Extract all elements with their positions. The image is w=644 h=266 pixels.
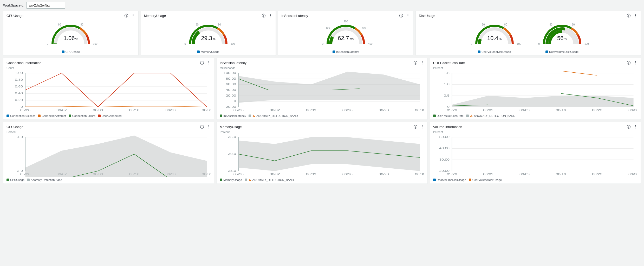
svg-text:100: 100 bbox=[517, 42, 521, 45]
memory-usage-ylabel: Percent bbox=[220, 130, 424, 134]
info-icon[interactable] bbox=[200, 125, 204, 129]
connection-info-ylabel: Count bbox=[6, 66, 211, 69]
connection-info-legend-item[interactable]: ConnectionAttempt bbox=[38, 114, 66, 117]
svg-rect-46 bbox=[628, 15, 629, 17]
volume-info-legend-item[interactable]: RootVolumeDiskUsage bbox=[433, 178, 466, 181]
warning-icon bbox=[248, 178, 251, 181]
volume-info-info-button[interactable] bbox=[627, 125, 631, 129]
connection-info-legend-item[interactable]: ConnectionSuccess bbox=[6, 114, 35, 117]
connection-info-more-button[interactable] bbox=[207, 61, 211, 65]
memory-gauge-more-button[interactable] bbox=[268, 14, 272, 18]
info-icon[interactable] bbox=[262, 14, 266, 18]
svg-point-1 bbox=[126, 15, 127, 15]
svg-point-48 bbox=[635, 15, 636, 16]
svg-text:0: 0 bbox=[471, 42, 472, 45]
svg-rect-124 bbox=[628, 62, 629, 64]
info-icon[interactable] bbox=[124, 14, 128, 18]
svg-text:100: 100 bbox=[326, 27, 330, 29]
volume-info-legend-item[interactable]: UserVolumeDiskUsage bbox=[469, 178, 502, 181]
workspace-id-input[interactable] bbox=[26, 2, 65, 9]
more-options-icon[interactable] bbox=[131, 14, 135, 18]
svg-point-69 bbox=[209, 61, 209, 62]
udp-packet-loss-legend-item[interactable]: ANOMALY_DETECTION_BAND bbox=[466, 114, 515, 117]
connection-info-legend-item[interactable]: UserConnected bbox=[98, 114, 121, 117]
volume-info-chart[interactable]: 20.0030.0040.0050.0005/2606/0206/0906/16… bbox=[433, 135, 638, 177]
cpu-usage-chart[interactable]: 2.04.005/2606/0206/0906/1606/2306/30 bbox=[6, 135, 211, 177]
memory-usage-info-button[interactable] bbox=[413, 125, 418, 129]
udp-packet-loss-legend: UDPPacketLossRateANOMALY_DETECTION_BAND bbox=[433, 114, 638, 117]
svg-text:60: 60 bbox=[549, 23, 552, 26]
svg-point-4 bbox=[133, 15, 133, 16]
connection-info-chart[interactable]: 00.200.400.600.801.0005/2606/0206/0906/1… bbox=[6, 71, 211, 113]
disk-gauge-info-button[interactable] bbox=[627, 14, 631, 18]
svg-point-29 bbox=[401, 15, 401, 15]
insession-latency-info-button[interactable] bbox=[413, 61, 418, 65]
info-icon[interactable] bbox=[399, 14, 403, 18]
memory-usage-more-button[interactable] bbox=[420, 125, 424, 129]
insession-latency-chart[interactable]: -20.00020.0040.0060.0080.00100.0005/2606… bbox=[220, 71, 424, 113]
connection-info-legend-item[interactable]: ConnectionFailure bbox=[69, 114, 95, 117]
svg-text:06/09: 06/09 bbox=[519, 109, 530, 112]
svg-point-31 bbox=[408, 14, 408, 15]
disk-gauge-more-button[interactable] bbox=[633, 14, 638, 18]
svg-point-167 bbox=[422, 125, 422, 126]
svg-rect-166 bbox=[415, 126, 415, 128]
cpu-usage-more-button[interactable] bbox=[207, 125, 211, 129]
more-options-icon[interactable] bbox=[633, 14, 638, 18]
cpu-usage-legend-item[interactable]: CPUUsage bbox=[6, 178, 24, 181]
info-icon[interactable] bbox=[627, 14, 631, 18]
udp-packet-loss-legend-item[interactable]: UDPPacketLossRate bbox=[433, 114, 464, 117]
cpu-gauge-info-button[interactable] bbox=[124, 14, 128, 18]
memory-usage-legend-item[interactable]: MemoryUsage bbox=[220, 178, 242, 181]
info-icon[interactable] bbox=[200, 61, 204, 65]
more-options-icon[interactable] bbox=[633, 61, 638, 65]
latency-gauge-more-button[interactable] bbox=[406, 14, 410, 18]
svg-text:400: 400 bbox=[368, 42, 373, 45]
svg-text:06/02: 06/02 bbox=[483, 109, 493, 112]
cpu-usage-legend-item[interactable]: Anomaly Detection Band bbox=[27, 178, 62, 181]
udp-packet-loss-chart[interactable]: 00.51.01.505/2606/0206/0906/1606/2306/30 bbox=[433, 71, 638, 113]
svg-text:05/26: 05/26 bbox=[233, 173, 244, 176]
more-options-icon[interactable] bbox=[420, 61, 424, 65]
latency-gauge-info-button[interactable] bbox=[399, 14, 403, 18]
udp-packet-loss-more-button[interactable] bbox=[633, 61, 638, 65]
svg-text:06/09: 06/09 bbox=[519, 173, 530, 176]
latency-gauge-panel: InSessionLatency 0100200300400 62.7ms In… bbox=[278, 11, 413, 56]
root-volume-value: 56 bbox=[557, 35, 563, 41]
volume-info-legend: RootVolumeDiskUsageUserVolumeDiskUsage bbox=[433, 178, 638, 181]
svg-point-49 bbox=[635, 17, 636, 17]
more-options-icon[interactable] bbox=[633, 125, 638, 129]
insession-latency-legend-item[interactable]: InSessionLatency bbox=[220, 114, 246, 117]
svg-text:0.5: 0.5 bbox=[444, 94, 450, 97]
more-options-icon[interactable] bbox=[207, 125, 211, 129]
more-options-icon[interactable] bbox=[268, 14, 272, 18]
svg-text:0: 0 bbox=[447, 105, 450, 108]
svg-point-165 bbox=[415, 126, 416, 126]
insession-latency-legend: InSessionLatencyANOMALY_DETECTION_BAND bbox=[220, 114, 424, 117]
cpu-usage-info-button[interactable] bbox=[200, 125, 204, 129]
memory-gauge-info-button[interactable] bbox=[262, 14, 266, 18]
cpu-gauge-more-button[interactable] bbox=[131, 14, 135, 18]
more-options-icon[interactable] bbox=[406, 14, 410, 18]
cpu-usage-ylabel: Percent bbox=[6, 130, 211, 134]
svg-text:90: 90 bbox=[81, 23, 84, 26]
svg-text:0: 0 bbox=[234, 100, 236, 103]
info-icon[interactable] bbox=[627, 61, 631, 65]
info-icon[interactable] bbox=[413, 61, 418, 65]
memory-usage-chart[interactable]: 25.030.035.005/2606/0206/0906/1606/2306/… bbox=[220, 135, 424, 177]
insession-latency-legend-item[interactable]: ANOMALY_DETECTION_BAND bbox=[249, 114, 298, 117]
svg-point-3 bbox=[133, 14, 133, 15]
connection-info-info-button[interactable] bbox=[200, 61, 204, 65]
more-options-icon[interactable] bbox=[207, 61, 211, 65]
insession-latency-more-button[interactable] bbox=[420, 61, 424, 65]
svg-point-125 bbox=[635, 61, 636, 62]
udp-packet-loss-info-button[interactable] bbox=[627, 61, 631, 65]
info-icon[interactable] bbox=[627, 125, 631, 129]
svg-text:06/16: 06/16 bbox=[129, 109, 139, 112]
svg-text:25.0: 25.0 bbox=[228, 169, 236, 172]
info-icon[interactable] bbox=[413, 125, 418, 129]
volume-info-more-button[interactable] bbox=[633, 125, 638, 129]
memory-usage-legend-item[interactable]: ANOMALY_DETECTION_BAND bbox=[245, 178, 294, 181]
more-options-icon[interactable] bbox=[420, 125, 424, 129]
connection-info-title: Connection Information bbox=[6, 61, 41, 65]
